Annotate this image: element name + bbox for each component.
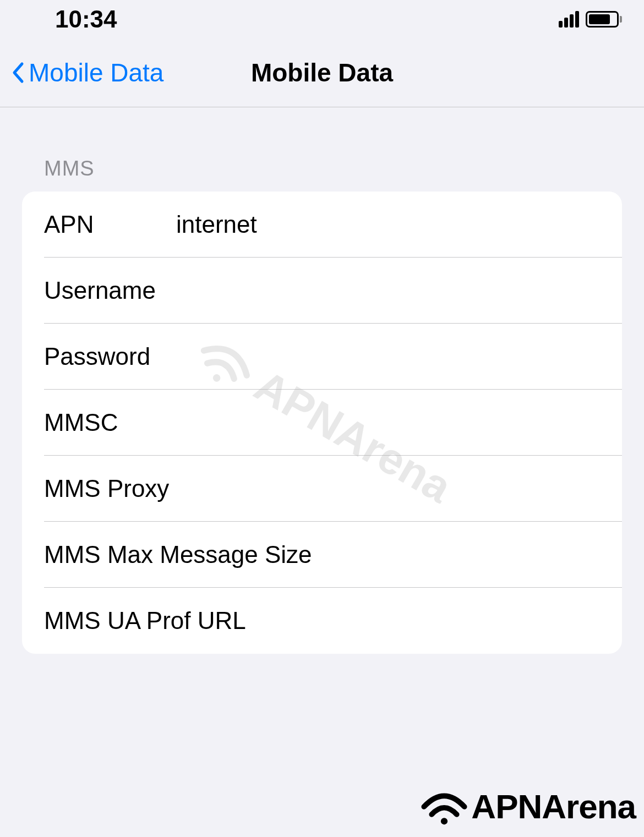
mms-settings-group: APN Username Password MMSC MMS Proxy MMS… [22, 192, 622, 654]
mms-max-size-input[interactable] [312, 541, 622, 568]
mms-max-size-label: MMS Max Message Size [44, 541, 312, 568]
branding-text: APNArena [471, 787, 636, 826]
apn-label: APN [44, 211, 176, 238]
username-label: Username [44, 277, 176, 304]
back-button[interactable]: Mobile Data [0, 58, 163, 87]
navigation-bar: Mobile Data Mobile Data [0, 39, 644, 107]
cellular-signal-icon [559, 11, 579, 28]
status-bar: 10:34 [0, 0, 644, 39]
branding-logo: APNArena [419, 787, 636, 826]
status-time: 10:34 [55, 6, 117, 33]
mms-proxy-label: MMS Proxy [44, 475, 169, 502]
password-label: Password [44, 343, 176, 370]
status-icons [559, 11, 622, 28]
username-row[interactable]: Username [22, 258, 622, 324]
mms-proxy-input[interactable] [169, 475, 622, 502]
mms-ua-prof-row[interactable]: MMS UA Prof URL [22, 588, 622, 654]
mmsc-input[interactable] [176, 409, 622, 436]
apn-input[interactable] [176, 211, 622, 238]
svg-point-1 [441, 818, 447, 824]
apn-row[interactable]: APN [22, 192, 622, 258]
password-input[interactable] [176, 343, 622, 370]
mms-max-size-row[interactable]: MMS Max Message Size [22, 522, 622, 588]
wifi-icon [419, 787, 469, 826]
mmsc-label: MMSC [44, 409, 176, 436]
mms-ua-prof-label: MMS UA Prof URL [44, 607, 246, 634]
username-input[interactable] [176, 277, 622, 304]
mms-ua-prof-input[interactable] [246, 607, 622, 634]
password-row[interactable]: Password [22, 324, 622, 390]
page-title: Mobile Data [251, 58, 393, 87]
chevron-left-icon [11, 62, 24, 84]
mmsc-row[interactable]: MMSC [22, 390, 622, 456]
section-header-mms: MMS [0, 107, 644, 192]
back-label: Mobile Data [29, 58, 163, 87]
mms-proxy-row[interactable]: MMS Proxy [22, 456, 622, 522]
battery-icon [586, 11, 622, 28]
